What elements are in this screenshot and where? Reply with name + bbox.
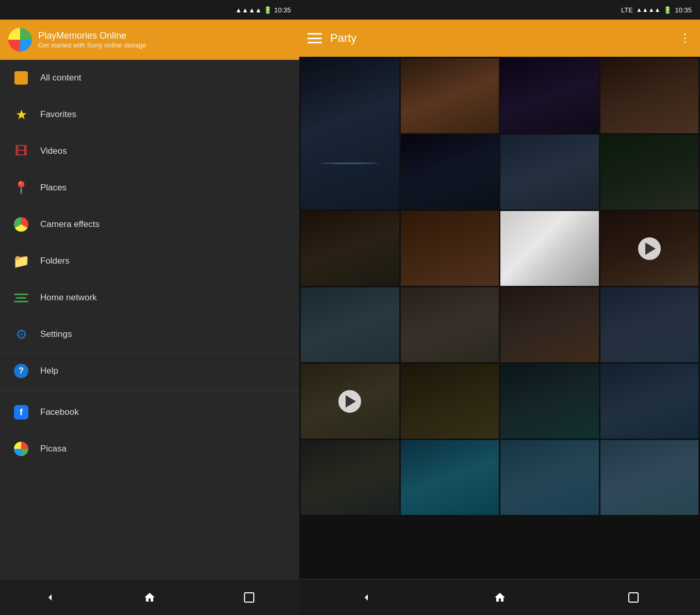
right-header: Party ⋮ xyxy=(299,20,700,57)
star-icon: ★ xyxy=(12,106,30,123)
photo-cell-7[interactable] xyxy=(600,135,699,209)
nav-item-camera-effects[interactable]: Camera effects xyxy=(0,206,299,243)
camera-effects-icon xyxy=(12,216,30,233)
photo-cell-3[interactable] xyxy=(500,58,599,133)
nav-item-folders[interactable]: 📁 Folders xyxy=(0,243,299,280)
more-options-button[interactable]: ⋮ xyxy=(679,31,692,45)
nav-label-settings: Settings xyxy=(40,329,72,339)
right-back-button[interactable] xyxy=(353,585,379,610)
nav-item-settings[interactable]: ⚙ Settings xyxy=(0,316,299,353)
nav-item-all-content[interactable]: All content xyxy=(0,60,299,96)
nav-label-places: Places xyxy=(40,183,67,193)
photo-cell-8[interactable] xyxy=(301,211,399,286)
help-icon: ? xyxy=(12,362,30,380)
nav-item-picasa[interactable]: Picasa xyxy=(0,431,299,467)
right-status-bar: LTE ▲▲▲▲ 🔋 10:35 xyxy=(299,0,700,20)
nav-label-facebook: Facebook xyxy=(40,407,79,417)
hamburger-menu-button[interactable] xyxy=(307,33,322,43)
left-home-button[interactable] xyxy=(137,585,162,610)
svg-rect-3 xyxy=(629,593,638,602)
photo-cell-1[interactable] xyxy=(301,58,399,209)
photo-cell-12[interactable] xyxy=(301,287,399,362)
svg-rect-1 xyxy=(245,593,254,602)
nav-label-help: Help xyxy=(40,366,58,376)
photo-cell-9[interactable] xyxy=(401,211,499,286)
settings-icon: ⚙ xyxy=(12,326,30,343)
photo-cell-13[interactable] xyxy=(401,287,499,362)
photo-cell-4[interactable] xyxy=(401,135,499,209)
battery-icon: 🔋 xyxy=(264,6,272,14)
pin-icon: 📍 xyxy=(12,179,30,197)
film-icon: 🎞 xyxy=(12,142,30,160)
app-subtitle: Get started with Sony online storage xyxy=(38,41,146,49)
svg-marker-2 xyxy=(365,594,368,601)
nav-label-folders: Folders xyxy=(40,256,70,266)
photo-cell-10[interactable] xyxy=(500,211,599,286)
photo-cell-15[interactable] xyxy=(600,287,699,362)
nav-label-camera-effects: Camera effects xyxy=(40,219,100,230)
play-button-16[interactable] xyxy=(338,390,361,413)
right-home-button[interactable] xyxy=(487,585,513,610)
nav-items-list: All content ★ Favorites 🎞 Videos 📍 Place… xyxy=(0,60,299,579)
nav-item-videos[interactable]: 🎞 Videos xyxy=(0,133,299,170)
photo-cell-14[interactable] xyxy=(500,287,599,362)
facebook-icon: f xyxy=(12,403,30,421)
play-button-11[interactable] xyxy=(638,237,661,260)
photo-cell-16[interactable] xyxy=(301,364,399,439)
photo-cell-20[interactable] xyxy=(301,440,399,515)
right-panel: LTE ▲▲▲▲ 🔋 10:35 Party ⋮ xyxy=(299,0,700,615)
photo-cell-6[interactable] xyxy=(600,58,699,133)
header-text: PlayMemories Online Get started with Son… xyxy=(38,30,146,49)
nav-label-favorites: Favorites xyxy=(40,109,76,120)
left-status-bar: ▲▲▲▲ 🔋 10:35 xyxy=(0,0,299,20)
photo-grid xyxy=(299,57,700,579)
svg-marker-0 xyxy=(48,594,52,601)
photo-cell-23[interactable] xyxy=(600,440,699,515)
app-logo xyxy=(8,28,32,52)
left-bottom-nav xyxy=(0,579,299,615)
nav-item-facebook[interactable]: f Facebook xyxy=(0,394,299,431)
page-title: Party xyxy=(330,31,671,45)
picasa-icon xyxy=(12,440,30,458)
photo-cell-18[interactable] xyxy=(500,364,599,439)
grid-icon xyxy=(12,69,30,87)
left-time: 10:35 xyxy=(274,6,291,14)
nav-label-videos: Videos xyxy=(40,146,67,156)
left-recents-button[interactable] xyxy=(236,585,262,610)
right-battery-icon: 🔋 xyxy=(663,6,672,14)
photo-cell-5[interactable] xyxy=(500,135,599,209)
nav-header: PlayMemories Online Get started with Son… xyxy=(0,20,299,60)
photo-cell-22[interactable] xyxy=(500,440,599,515)
right-time: 10:35 xyxy=(675,6,692,14)
nav-label-home-network: Home network xyxy=(40,293,97,303)
photo-cell-21[interactable] xyxy=(401,440,499,515)
nav-item-favorites[interactable]: ★ Favorites xyxy=(0,96,299,133)
left-status-icons: ▲▲▲▲ 🔋 10:35 xyxy=(235,6,291,14)
network-icon xyxy=(12,289,30,306)
right-bottom-nav xyxy=(299,579,700,615)
photo-cell-17[interactable] xyxy=(401,364,499,439)
nav-label-all-content: All content xyxy=(40,73,81,83)
right-recents-button[interactable] xyxy=(621,585,646,610)
photo-cell-11[interactable] xyxy=(600,211,699,286)
app-name: PlayMemories Online xyxy=(38,30,146,41)
photo-cell-2[interactable] xyxy=(401,58,499,133)
nav-divider xyxy=(0,392,299,392)
nav-item-places[interactable]: 📍 Places xyxy=(0,170,299,206)
right-lte: LTE xyxy=(621,6,633,14)
nav-overlay: PlayMemories Online Get started with Son… xyxy=(0,20,299,615)
left-back-button[interactable] xyxy=(37,585,63,610)
nav-item-home-network[interactable]: Home network xyxy=(0,280,299,316)
nav-label-picasa: Picasa xyxy=(40,444,67,454)
signal-icon: ▲▲▲▲ xyxy=(235,6,262,14)
left-panel: ▲▲▲▲ 🔋 10:35 PlayMemories Online Get sta… xyxy=(0,0,299,615)
right-signal-icon: ▲▲▲▲ xyxy=(636,6,661,13)
nav-item-help[interactable]: ? Help xyxy=(0,353,299,390)
photo-cell-19[interactable] xyxy=(600,364,699,439)
folder-icon: 📁 xyxy=(12,252,30,270)
